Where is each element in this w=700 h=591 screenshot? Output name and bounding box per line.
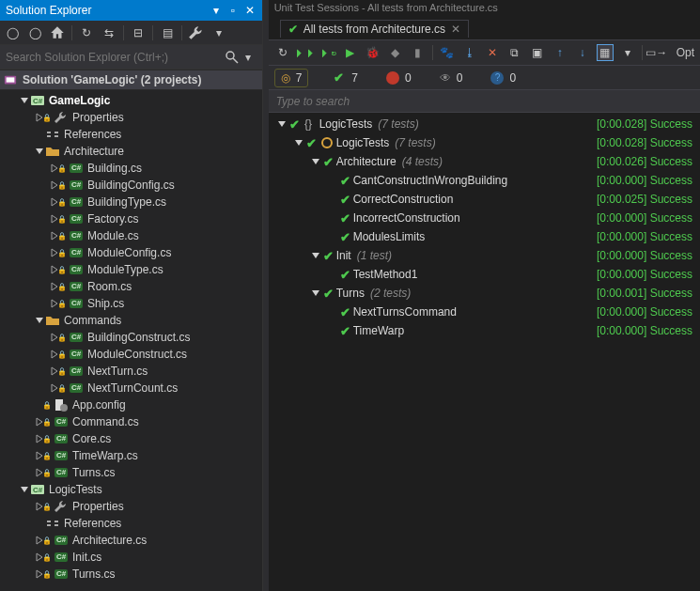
test-row[interactable]: ✔NextTurnsCommand[0:00.000] Success <box>269 303 700 321</box>
tree-node[interactable]: 🔒C#Building.cs <box>0 160 262 177</box>
expand-icon[interactable] <box>19 484 30 495</box>
tree-node[interactable]: 🔒C#Turns.cs <box>0 464 262 481</box>
lock-session-icon[interactable]: ▣ <box>529 44 546 61</box>
debug-icon[interactable]: 🐞 <box>365 44 381 61</box>
check-icon: ✔ <box>338 230 353 244</box>
nav-back-icon[interactable]: ◯ <box>4 24 21 41</box>
test-row[interactable]: ✔LogicTests(7 tests)[0:00.028] Success <box>269 133 700 152</box>
test-timing: [0:00.028] Success <box>597 117 692 131</box>
refresh-icon[interactable]: ↻ <box>78 24 95 41</box>
tree-node[interactable]: 🔒C#Module.cs <box>0 227 262 244</box>
test-results-tree[interactable]: ✔{}LogicTests(7 tests)[0:00.028] Success… <box>269 113 700 591</box>
expand-icon[interactable] <box>34 315 45 326</box>
tree-node[interactable]: 🔒C#ModuleConstruct.cs <box>0 346 262 363</box>
count-failed[interactable]: 0 <box>381 70 417 86</box>
toolbar-more-icon[interactable]: ▾ <box>210 24 227 41</box>
tree-node[interactable]: 🔒C#BuildingConstruct.cs <box>0 329 262 346</box>
test-row[interactable]: ✔{}LogicTests(7 tests)[0:00.028] Success <box>269 115 700 133</box>
count-unknown[interactable]: ? 0 <box>485 70 521 86</box>
tree-node[interactable]: 🔒C#Command.cs <box>0 413 262 430</box>
expand-icon[interactable] <box>19 95 30 106</box>
tree-node[interactable]: C#GameLogic <box>0 92 262 109</box>
show-output-icon[interactable]: ▭→ <box>648 44 665 61</box>
tree-node[interactable]: 🔒C#Turns.cs <box>0 566 262 583</box>
test-search-input[interactable] <box>276 95 692 108</box>
test-row[interactable]: ✔ModulesLimits[0:00.000] Success <box>269 227 700 246</box>
pin-icon[interactable]: ▫ <box>226 4 240 17</box>
run-all-icon[interactable]: ⏵⏵ <box>297 44 314 61</box>
tree-node[interactable]: 🔒Properties <box>0 498 262 515</box>
lock-icon: 🔒 <box>42 503 52 511</box>
new-session-icon[interactable]: ⧉ <box>506 44 523 61</box>
options-label[interactable]: Opt <box>677 46 694 59</box>
test-row[interactable]: ✔TestMethod1[0:00.000] Success <box>269 265 700 284</box>
test-session-tab[interactable]: ✔ All tests from Architecture.cs ✕ <box>280 20 469 38</box>
tree-node[interactable]: 🔒Properties <box>0 109 262 126</box>
tree-node[interactable]: 🔒C#Room.cs <box>0 278 262 295</box>
expand-down-icon[interactable]: ↓ <box>574 44 591 61</box>
tree-node[interactable]: 🔒C#TimeWarp.cs <box>0 447 262 464</box>
tree-node[interactable]: 🔒C#Ship.cs <box>0 295 262 312</box>
collapse-icon[interactable]: ⊟ <box>130 24 147 41</box>
search-icon[interactable] <box>225 50 240 65</box>
tree-node[interactable]: 🔒C#ModuleType.cs <box>0 261 262 278</box>
dropdown-icon[interactable]: ▾ <box>210 4 223 17</box>
tree-node[interactable]: 🔒C#ModuleConfig.cs <box>0 244 262 261</box>
test-row[interactable]: ✔Init(1 test)[0:00.000] Success <box>269 246 700 265</box>
test-row[interactable]: ✔Architecture(4 tests)[0:00.026] Success <box>269 152 700 171</box>
collapse-up-icon[interactable]: ↑ <box>552 44 568 61</box>
close-icon[interactable]: ✕ <box>243 4 257 17</box>
track-icon[interactable]: 🐾 <box>439 44 456 61</box>
properties-icon[interactable] <box>188 24 205 41</box>
stop-icon[interactable]: ▮ <box>410 44 427 61</box>
test-row[interactable]: ✔CorrectConstruction[0:00.025] Success <box>269 190 700 209</box>
tree-node[interactable]: 🔒C#BuildingType.cs <box>0 194 262 210</box>
remove-icon[interactable]: ✕ <box>484 44 501 61</box>
expand-icon[interactable] <box>310 156 321 167</box>
run-icon[interactable]: ▶ <box>342 44 359 61</box>
expand-icon[interactable] <box>310 288 321 299</box>
tree-node[interactable]: 🔒C#Init.cs <box>0 549 262 566</box>
group-by-icon[interactable]: ▦ <box>597 44 614 61</box>
search-dropdown-icon[interactable]: ▾ <box>240 49 257 66</box>
tree-node[interactable]: 🔒C#NextTurnCount.cs <box>0 380 262 397</box>
export-icon[interactable]: ⭳ <box>461 44 478 61</box>
tree-node[interactable]: 🔒C#Core.cs <box>0 430 262 447</box>
group-dropdown-icon[interactable]: ▾ <box>619 44 636 61</box>
solution-tree[interactable]: C#GameLogic🔒PropertiesReferencesArchitec… <box>0 90 262 591</box>
tree-node[interactable]: 🔒C#Architecture.cs <box>0 532 262 549</box>
close-tab-icon[interactable]: ✕ <box>451 23 460 36</box>
expand-icon[interactable] <box>34 146 45 157</box>
home-icon[interactable] <box>49 24 66 41</box>
test-row[interactable]: ✔Turns(2 tests)[0:00.001] Success <box>269 284 700 303</box>
expand-icon[interactable] <box>310 250 321 261</box>
tree-node[interactable]: Architecture <box>0 143 262 160</box>
tree-node[interactable]: Commands <box>0 312 262 329</box>
test-row[interactable]: ✔TimeWarp[0:00.000] Success <box>269 321 700 340</box>
tree-node[interactable]: References <box>0 515 262 532</box>
test-row[interactable]: ✔IncorrectConstruction[0:00.000] Success <box>269 209 700 227</box>
tree-node[interactable]: 🔒C#Factory.cs <box>0 210 262 227</box>
tree-node[interactable]: 🔒App.config <box>0 397 262 413</box>
coverage-icon[interactable]: ◆ <box>387 44 404 61</box>
count-broken[interactable]: ◎ 7 <box>274 69 309 87</box>
sync-icon[interactable]: ⇆ <box>101 24 117 41</box>
nav-forward-icon[interactable]: ◯ <box>26 24 43 41</box>
solution-root-row[interactable]: Solution 'GameLogic' (2 projects) <box>0 70 262 90</box>
count-passed[interactable]: ✔ 7 <box>325 69 364 86</box>
run-failed-icon[interactable]: ⏵↻ <box>319 44 336 61</box>
expand-icon[interactable] <box>293 137 304 148</box>
test-results-search[interactable] <box>269 90 700 113</box>
cs-icon: C# <box>69 161 84 176</box>
solution-explorer-search[interactable]: ▾ <box>0 45 262 70</box>
count-ignored[interactable]: 👁 0 <box>434 70 469 86</box>
show-all-icon[interactable]: ▤ <box>159 24 176 41</box>
rerun-icon[interactable]: ↻ <box>274 44 291 61</box>
expand-icon[interactable] <box>276 118 288 130</box>
tree-node[interactable]: References <box>0 126 262 143</box>
tree-node[interactable]: C#LogicTests <box>0 481 262 498</box>
test-row[interactable]: ✔CantConstructInWrongBuilding[0:00.000] … <box>269 171 700 190</box>
search-input[interactable] <box>6 51 225 64</box>
tree-node[interactable]: 🔒C#BuildingConfig.cs <box>0 177 262 194</box>
tree-node[interactable]: 🔒C#NextTurn.cs <box>0 363 262 380</box>
